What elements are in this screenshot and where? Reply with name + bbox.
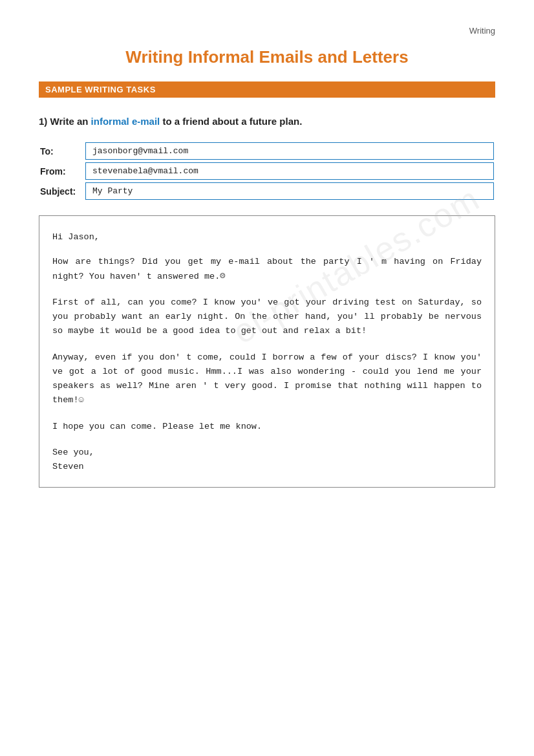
task-text-after: to a friend about a future plan. — [160, 116, 302, 127]
email-paragraph-2: First of all, can you come? I know you' … — [52, 296, 482, 339]
closing-text: See you, — [52, 446, 482, 460]
to-label: To: — [40, 146, 85, 157]
email-greeting: Hi Jason, — [52, 230, 482, 244]
subject-value: My Party — [85, 182, 494, 200]
subject-row: Subject: My Party — [40, 182, 494, 200]
task-number: 1) — [39, 116, 47, 127]
section-header: SAMPLE WRITING TASKS — [39, 81, 495, 98]
email-closing: See you, Steven — [52, 446, 482, 475]
page-label: Writing — [39, 26, 495, 36]
task-text-before: Write an — [50, 116, 91, 127]
email-paragraph-1: How are things? Did you get my e-mail ab… — [52, 255, 482, 284]
from-row: From: stevenabela@vmail.com — [40, 162, 494, 180]
main-title: Writing Informal Emails and Letters — [39, 47, 495, 67]
from-label: From: — [40, 166, 85, 177]
to-row: To: jasonborg@vmail.com — [40, 142, 494, 160]
task-highlight: informal e-mail — [91, 116, 160, 127]
email-paragraph-3: Anyway, even if you don' t come, could I… — [52, 351, 482, 408]
task-prompt: 1) Write an informal e-mail to a friend … — [39, 116, 495, 127]
email-body: Hi Jason, How are things? Did you get my… — [39, 215, 495, 488]
signature: Steven — [52, 460, 482, 474]
subject-label: Subject: — [40, 186, 85, 197]
to-value: jasonborg@vmail.com — [85, 142, 494, 160]
email-fields: To: jasonborg@vmail.com From: stevenabel… — [39, 141, 495, 204]
from-value: stevenabela@vmail.com — [85, 162, 494, 180]
email-paragraph-4: I hope you can come. Please let me know. — [52, 420, 482, 434]
